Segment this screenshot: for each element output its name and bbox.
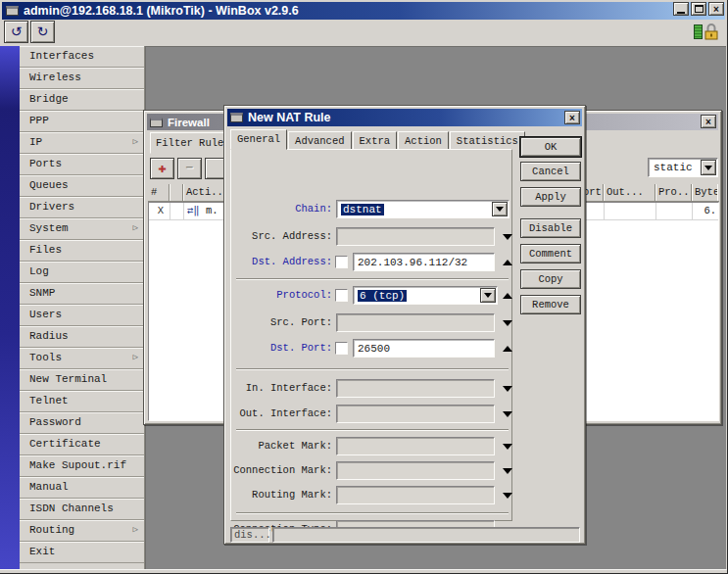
col-header-bytes[interactable]: Byte: [692, 184, 717, 201]
sidebar-item-manual[interactable]: Manual: [20, 477, 144, 499]
tab-extra[interactable]: Extra: [353, 131, 398, 150]
col-header-number[interactable]: #: [148, 184, 170, 201]
src-port-input[interactable]: [336, 313, 495, 332]
sidebar-item-new-terminal[interactable]: New Terminal: [20, 369, 144, 391]
submenu-arrow-icon: ▷: [133, 520, 138, 541]
dialog-close-button[interactable]: ×: [564, 111, 580, 124]
sidebar-item-ip[interactable]: IP▷: [20, 132, 144, 154]
sidebar-item-interfaces[interactable]: Interfaces: [20, 46, 144, 68]
chain-select[interactable]: dstnat: [336, 200, 510, 218]
copy-button[interactable]: Copy: [520, 269, 581, 289]
expand-toggle-icon[interactable]: [500, 488, 515, 503]
field-row-protocol: Protocol: 6 (tcp): [231, 286, 513, 305]
field-row-out-interface: Out. Interface:: [231, 405, 513, 423]
status-disabled: dis...: [230, 527, 269, 543]
sidebar-item-routing[interactable]: Routing▷: [20, 520, 144, 542]
expand-toggle-icon[interactable]: [500, 315, 515, 331]
collapse-toggle-icon[interactable]: [500, 288, 515, 304]
main-titlebar: admin@192.168.18.1 (MikroTik) - WinBox v…: [2, 2, 725, 20]
expand-toggle-icon[interactable]: [500, 439, 515, 454]
protocol-select[interactable]: 6 (tcp): [353, 286, 498, 305]
sidebar-item-files[interactable]: Files: [20, 240, 144, 262]
sidebar-item-users[interactable]: Users: [20, 305, 144, 326]
undo-icon: ↺: [11, 24, 23, 39]
expand-toggle-icon[interactable]: [500, 229, 515, 245]
maximize-button[interactable]: [691, 2, 706, 16]
tab-statistics[interactable]: Statistics: [450, 131, 525, 150]
firewall-close-button[interactable]: ×: [701, 115, 716, 128]
dialog-tabs: GeneralAdvancedExtraActionStatistics: [230, 129, 526, 150]
dropdown-icon[interactable]: [701, 160, 716, 175]
col-header-out[interactable]: Out...: [604, 184, 655, 201]
separator: [236, 368, 509, 370]
cancel-button[interactable]: Cancel: [520, 162, 581, 181]
remove-button[interactable]: Remove: [520, 295, 581, 314]
add-rule-button[interactable]: ✚: [150, 158, 174, 179]
tab-general[interactable]: General: [230, 129, 287, 150]
close-button[interactable]: ×: [708, 2, 724, 16]
collapse-toggle-icon[interactable]: [500, 255, 515, 270]
src-address-input[interactable]: [336, 227, 495, 246]
expand-toggle-icon[interactable]: [500, 463, 515, 479]
sidebar-item-ppp[interactable]: PPP: [20, 111, 144, 132]
firewall-tab-filter-rules[interactable]: Filter Rule: [150, 132, 228, 154]
expand-toggle-icon[interactable]: [500, 381, 515, 397]
sidebar-item-ports[interactable]: Ports: [20, 154, 144, 175]
dst-address-checkbox[interactable]: [335, 256, 348, 268]
dst-port-input[interactable]: 26500: [353, 339, 495, 358]
undo-button[interactable]: ↺: [4, 21, 28, 43]
submenu-arrow-icon: ▷: [133, 348, 138, 368]
out-interface-input[interactable]: [336, 405, 495, 423]
collapse-toggle-icon[interactable]: [500, 341, 515, 357]
sidebar-item-queues[interactable]: Queues: [20, 175, 144, 197]
sidebar-item-drivers[interactable]: Drivers: [20, 197, 144, 218]
tab-action[interactable]: Action: [398, 131, 449, 150]
sidebar-item-wireless[interactable]: Wireless: [20, 68, 144, 89]
dropdown-icon[interactable]: [480, 288, 496, 303]
sidebar-item-telnet[interactable]: Telnet: [20, 391, 144, 412]
sidebar-item-log[interactable]: Log: [20, 262, 144, 283]
app-icon: [6, 6, 19, 16]
in-interface-input[interactable]: [336, 379, 495, 398]
connection-mark-input[interactable]: [336, 461, 495, 480]
field-row-connection-mark: Connection Mark:: [231, 461, 513, 480]
expand-toggle-icon[interactable]: [500, 407, 515, 422]
sidebar-item-system[interactable]: System▷: [20, 218, 144, 240]
sidebar-item-password[interactable]: Password: [20, 412, 144, 434]
add-icon: ✚: [158, 161, 166, 176]
sidebar-item-radius[interactable]: Radius: [20, 326, 144, 348]
packet-mark-input[interactable]: [336, 437, 495, 455]
sidebar-item-exit[interactable]: Exit: [20, 542, 144, 563]
sidebar-item-snmp[interactable]: SNMP: [20, 283, 144, 305]
sidebar-item-make-supout-rif[interactable]: Make Supout.rif: [20, 455, 144, 477]
field-row-src-port: Src. Port:: [231, 313, 513, 332]
sidebar-item-isdn-channels[interactable]: ISDN Channels: [20, 499, 144, 520]
redo-button[interactable]: ↻: [30, 21, 55, 43]
field-row-packet-mark: Packet Mark:: [231, 437, 513, 455]
minimize-button[interactable]: [673, 2, 689, 16]
maximize-icon: [695, 5, 704, 13]
protocol-checkbox[interactable]: [335, 289, 348, 302]
col-header-proto[interactable]: Pro...: [655, 184, 692, 201]
routing-mark-input[interactable]: [336, 486, 495, 504]
remove-rule-button[interactable]: −: [177, 158, 202, 179]
comment-button[interactable]: Comment: [520, 244, 581, 263]
src-port-label: Src. Port:: [231, 313, 332, 331]
protocol-label: Protocol:: [231, 286, 332, 304]
sidebar-item-bridge[interactable]: Bridge: [20, 89, 144, 111]
packet-mark-label: Packet Mark:: [231, 437, 332, 454]
sidebar-item-tools[interactable]: Tools▷: [20, 348, 144, 369]
dropdown-icon[interactable]: [492, 202, 508, 216]
disable-button[interactable]: Disable: [520, 218, 581, 238]
padlock-icon: [704, 24, 718, 40]
ok-button[interactable]: OK: [520, 137, 581, 157]
sidebar-item-certificate[interactable]: Certificate: [20, 434, 144, 455]
tab-advanced[interactable]: Advanced: [288, 131, 351, 150]
dialog-window-icon: [230, 113, 243, 122]
dst-address-input[interactable]: 202.103.96.112/32: [353, 253, 495, 271]
dst-port-checkbox[interactable]: [335, 342, 348, 355]
col-header-flags[interactable]: [170, 184, 183, 201]
view-select[interactable]: static: [648, 158, 718, 177]
apply-button[interactable]: Apply: [520, 187, 581, 207]
field-row-src-address: Src. Address:: [231, 227, 513, 246]
